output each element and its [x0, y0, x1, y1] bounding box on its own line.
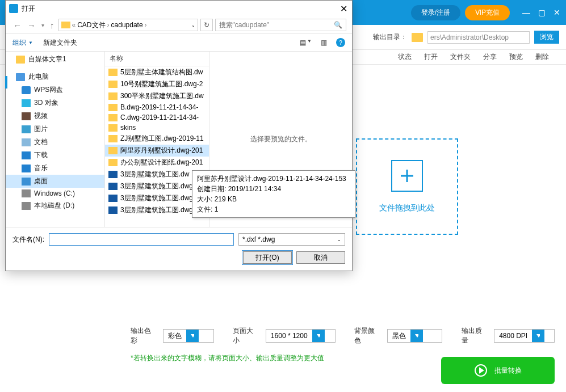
crumb-cad[interactable]: CAD文件 — [77, 20, 105, 30]
folder-icon — [108, 81, 118, 88]
desk-icon — [22, 178, 31, 186]
refresh-icon[interactable]: ↻ — [200, 19, 213, 31]
help-icon[interactable]: ? — [336, 38, 345, 47]
preview-pane-button[interactable]: ▥ — [321, 39, 327, 47]
open-dialog: 打开 ✕ ← → ▾ ↑ « CAD文件 › cadupdate › ⌄ ↻ 搜… — [5, 0, 353, 271]
dialog-nav: ← → ▾ ↑ « CAD文件 › cadupdate › ⌄ ↻ 搜索"cad… — [6, 16, 352, 33]
tree-item-cube[interactable]: 3D 对象 — [6, 96, 104, 109]
up-icon[interactable]: ↑ — [48, 20, 56, 30]
folder-icon — [108, 159, 118, 166]
dialog-footer: 文件名(N): *.dxf *.dwg⌄ 打开(O) 取消 — [6, 227, 352, 271]
music-icon — [22, 165, 31, 172]
file-row[interactable]: ZJ别墅施工图.dwg-2019-11 — [105, 133, 209, 145]
cad-icon — [108, 171, 118, 178]
pagesize-combo[interactable]: 1600 * 1200 — [266, 329, 336, 343]
search-icon: 🔍 — [334, 21, 342, 29]
play-icon — [474, 364, 488, 377]
folder-icon — [108, 69, 118, 76]
folder-icon — [108, 124, 118, 132]
folder-icon — [61, 22, 70, 28]
quality-label: 输出质量 — [462, 326, 488, 345]
tree-item-pc[interactable]: 此电脑 — [6, 70, 104, 83]
col-share: 分享 — [483, 52, 497, 62]
forward-icon[interactable]: → — [26, 20, 37, 30]
wps-icon — [22, 86, 31, 94]
app-icon — [9, 4, 18, 13]
tree-item-hdd[interactable]: Windows (C:) — [6, 188, 104, 199]
file-row[interactable]: 10号别墅建筑施工图.dwg-2 — [105, 78, 209, 90]
tree-item-music[interactable]: 音乐 — [6, 162, 104, 175]
search-input[interactable]: 搜索"cadupdate" 🔍 — [215, 19, 347, 31]
file-row[interactable]: C.dwg-2019-11-21-14-34- — [105, 112, 209, 123]
maximize-icon[interactable]: ▢ — [538, 8, 546, 17]
file-header-name[interactable]: 名称 — [105, 52, 209, 66]
tree-item-dl[interactable]: 下载 — [6, 149, 104, 162]
close-dialog-icon[interactable]: ✕ — [340, 3, 347, 14]
cad-icon — [108, 206, 118, 214]
tree-item-hdd[interactable]: 本地磁盘 (D:) — [6, 199, 104, 212]
file-row[interactable]: 阿里苏丹别墅设计.dwg-201 — [105, 145, 209, 157]
col-preview: 预览 — [509, 52, 523, 62]
dl-icon — [22, 151, 31, 159]
filename-label: 文件名(N): — [12, 235, 44, 245]
crumb-cadupdate[interactable]: cadupdate — [111, 21, 143, 29]
tree-item-desk[interactable]: 桌面 — [6, 175, 104, 188]
col-folder: 文件夹 — [450, 52, 471, 62]
colorspace-label: 输出色彩 — [131, 326, 157, 345]
bgcolor-label: 背景颜色 — [354, 326, 381, 345]
tree-item-vid[interactable]: 视频 — [6, 109, 104, 123]
folder-icon — [108, 104, 118, 111]
colorspace-combo[interactable]: 彩色 — [163, 329, 213, 343]
file-row[interactable]: skins — [105, 123, 209, 133]
filetype-combo[interactable]: *.dxf *.dwg⌄ — [238, 233, 345, 246]
back-icon[interactable]: ← — [11, 20, 23, 30]
open-button[interactable]: 打开(O) — [243, 251, 292, 264]
add-file-button[interactable] — [391, 160, 423, 192]
col-delete: 删除 — [535, 52, 549, 62]
view-mode-button[interactable]: ▤ ▼ — [300, 39, 312, 47]
cancel-button[interactable]: 取消 — [296, 251, 345, 264]
convert-button[interactable]: 批量转换 — [441, 357, 555, 384]
vip-button[interactable]: ⅥP充值 — [465, 5, 510, 20]
hdd-icon — [22, 202, 31, 210]
close-app-icon[interactable]: ✕ — [554, 8, 560, 17]
recent-icon[interactable]: ▾ — [40, 22, 46, 28]
col-open: 打开 — [424, 52, 438, 62]
login-button[interactable]: 登录/注册 — [411, 5, 460, 20]
browse-button[interactable]: 浏览 — [534, 31, 559, 44]
file-tooltip: 阿里苏丹别墅设计.dwg-2019-11-21-14-34-24-153 创建日… — [192, 170, 355, 218]
minimize-icon[interactable]: — — [522, 8, 530, 17]
filename-input[interactable] — [49, 233, 234, 246]
cad-icon — [108, 195, 118, 202]
folder-icon — [412, 33, 423, 42]
outdir-label: 输出目录： — [373, 32, 407, 42]
folder-icon — [108, 147, 118, 154]
outdir-path[interactable]: ers\Administrator\Desktop — [427, 31, 530, 44]
bgcolor-combo[interactable]: 黑色 — [387, 329, 442, 343]
new-folder-button[interactable]: 新建文件夹 — [43, 38, 77, 48]
tree-item-media[interactable]: 自媒体文章1 — [6, 53, 104, 66]
cad-icon — [108, 183, 118, 190]
dialog-titlebar: 打开 ✕ — [6, 1, 352, 16]
file-row[interactable]: 办公别墅设计图纸.dwg-201 — [105, 157, 209, 168]
dialog-toolbar: 组织▼ 新建文件夹 ▤ ▼ ▥ ? — [6, 33, 352, 52]
pagesize-label: 页面大小 — [233, 326, 259, 345]
file-row[interactable]: B.dwg-2019-11-21-14-34- — [105, 102, 209, 112]
dialog-title: 打开 — [22, 4, 340, 14]
app-footer: 输出色彩 彩色 页面大小 1600 * 1200 背景颜色 黑色 输出质量 48… — [119, 318, 566, 392]
file-row[interactable]: 5层别墅主体建筑结构图.dw — [105, 66, 209, 78]
folder-icon — [108, 135, 118, 142]
tree-item-doc[interactable]: 文档 — [6, 136, 104, 149]
drop-text: 文件拖拽到此处 — [379, 203, 435, 213]
breadcrumb[interactable]: « CAD文件 › cadupdate › ⌄ — [58, 19, 198, 31]
tree-item-wps[interactable]: WPS网盘 — [6, 83, 104, 96]
tree-item-img[interactable]: 图片 — [6, 123, 104, 136]
organize-menu[interactable]: 组织▼ — [12, 38, 33, 48]
file-row[interactable]: 300平米别墅建筑施工图.dw — [105, 90, 209, 102]
drop-zone[interactable]: 文件拖拽到此处 — [356, 138, 458, 235]
quality-combo[interactable]: 4800 DPI — [494, 329, 555, 343]
folder-icon — [108, 92, 118, 100]
chevron-down-icon[interactable]: ⌄ — [191, 23, 195, 28]
col-status: 状态 — [398, 52, 412, 62]
hdd-icon — [22, 189, 31, 197]
